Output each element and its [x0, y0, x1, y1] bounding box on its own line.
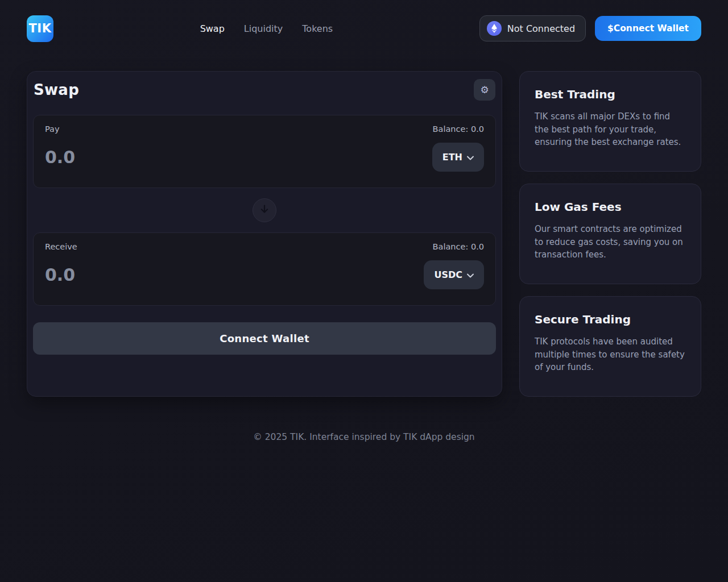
- info-card-body: TIK scans all major DEXs to find the bes…: [535, 110, 686, 149]
- pay-label: Pay: [45, 124, 60, 134]
- connect-wallet-header-button[interactable]: $Connect Wallet: [595, 16, 701, 41]
- receive-panel-body: USDC: [45, 260, 484, 289]
- footer-copyright: © 2025 TIK. Interface inspired by TIK dA…: [0, 432, 728, 442]
- info-card-title: Best Trading: [535, 88, 686, 101]
- pay-panel-header: Pay Balance: 0.0: [45, 124, 484, 134]
- gear-icon: ⚙: [480, 84, 489, 95]
- wallet-status-label: Not Connected: [507, 23, 575, 34]
- swap-direction-row: [33, 188, 496, 232]
- info-card-title: Secure Trading: [535, 313, 686, 326]
- receive-label: Receive: [45, 242, 77, 251]
- connect-wallet-submit-button[interactable]: Connect Wallet: [33, 322, 496, 355]
- main-content: Swap ⚙ Pay Balance: 0.0 ETH: [0, 57, 728, 397]
- nav-link-liquidity[interactable]: Liquidity: [244, 23, 283, 34]
- swap-card: Swap ⚙ Pay Balance: 0.0 ETH: [27, 71, 502, 397]
- receive-amount-input[interactable]: [45, 265, 272, 285]
- logo[interactable]: TIK: [27, 15, 53, 42]
- chevron-down-icon: [467, 152, 474, 163]
- receive-panel: Receive Balance: 0.0 USDC: [33, 232, 496, 306]
- info-card-low-gas-fees: Low Gas Fees Our smart contracts are opt…: [519, 184, 701, 284]
- swap-direction-button[interactable]: [253, 198, 276, 222]
- receive-panel-header: Receive Balance: 0.0: [45, 242, 484, 251]
- nav-link-swap[interactable]: Swap: [200, 23, 225, 34]
- info-card-secure-trading: Secure Trading TIK protocols have been a…: [519, 296, 701, 397]
- pay-amount-input[interactable]: [45, 147, 272, 167]
- pay-token-selector[interactable]: ETH: [432, 143, 484, 172]
- settings-button[interactable]: ⚙: [474, 79, 495, 101]
- info-card-body: TIK protocols have been audited multiple…: [535, 335, 686, 374]
- receive-balance: Balance: 0.0: [433, 242, 484, 251]
- info-card-body: Our smart contracts are optimized to red…: [535, 223, 686, 261]
- ethereum-icon: [487, 21, 502, 36]
- info-sidebar: Best Trading TIK scans all major DEXs to…: [519, 71, 701, 397]
- info-card-best-trading: Best Trading TIK scans all major DEXs to…: [519, 71, 701, 172]
- info-card-title: Low Gas Fees: [535, 200, 686, 214]
- arrow-down-icon: [259, 204, 270, 217]
- header: TIK Swap Liquidity Tokens Not Connected …: [0, 0, 728, 57]
- page-title: Swap: [34, 81, 79, 98]
- swap-card-header: Swap ⚙: [33, 79, 496, 101]
- header-right: Not Connected $Connect Wallet: [479, 15, 701, 41]
- receive-token-selector[interactable]: USDC: [424, 260, 484, 289]
- pay-panel-body: ETH: [45, 143, 484, 172]
- wallet-status-badge[interactable]: Not Connected: [479, 15, 586, 41]
- main-nav: Swap Liquidity Tokens: [53, 23, 479, 34]
- pay-panel: Pay Balance: 0.0 ETH: [33, 115, 496, 188]
- pay-balance: Balance: 0.0: [433, 124, 484, 134]
- pay-token-label: ETH: [442, 152, 462, 163]
- nav-link-tokens[interactable]: Tokens: [302, 23, 333, 34]
- chevron-down-icon: [467, 269, 474, 280]
- receive-token-label: USDC: [434, 269, 462, 280]
